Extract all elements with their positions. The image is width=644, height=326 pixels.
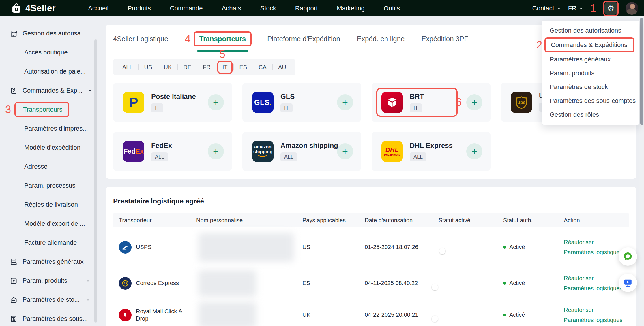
sidebar-item-commandes-expeditions[interactable]: Commandes & Exp... [0,81,99,100]
sidebar-item-parametres-sous-comptes[interactable]: Paramètres des sous... [0,309,99,326]
country-filter-au[interactable]: AU [272,64,292,71]
menu-item-parametres-generaux[interactable]: Paramètres généraux [542,52,639,66]
sidebar-item-param-produits[interactable]: Param. produits [0,271,99,290]
subaccount-badge-icon [10,315,18,323]
sidebar-label: Paramètres généraux [23,258,84,265]
carrier-region-chip: ALL [410,152,426,161]
sidebar-item-parametres-impression[interactable]: Paramètres d'impres... [0,119,99,138]
add-carrier-button[interactable]: + [466,143,482,159]
country-filter-uk[interactable]: UK [158,64,177,71]
sidebar-item-parametres-stock[interactable]: Paramètres de sto... [0,290,99,309]
dhl-express-logo: DHL DHL Express [381,141,403,162]
contact-menu[interactable]: Contact [532,5,561,12]
table-title: Prestataire logistique agréé [113,197,636,205]
menu-item-param-produits[interactable]: Param. produits [542,66,639,80]
sidebar-label: Param. processus [24,182,75,189]
country-filter-all[interactable]: ALL [117,64,138,71]
sidebar-item-modele-expedition[interactable]: Modèle d'expédition [0,138,99,157]
add-carrier-button[interactable]: + [208,143,224,159]
table-row-correos-express: Correos Express ES 04-11-2025 08:40:22 A… [113,267,629,299]
sidebar-item-adresse[interactable]: Adresse [0,157,99,176]
support-chat-button[interactable] [619,247,637,266]
monitor-play-icon [623,278,633,288]
status-dot [503,314,506,316]
video-tutorial-button[interactable] [619,274,637,292]
tab-4seller-logistique[interactable]: 4Seller Logistique [113,35,168,43]
contact-label: Contact [532,5,554,12]
country-value: UK [297,312,359,318]
country-filter-bar: ALL US UK DE FR 5 IT ES CA AU [113,59,295,75]
chevron-down-icon [557,6,561,11]
amazon-smile-icon [258,154,268,158]
user-avatar[interactable] [626,2,638,15]
add-carrier-button[interactable]: + [337,94,353,110]
orders-icon [10,87,18,95]
column-statut-active: Statut activé [433,217,497,224]
carrier-region-chip: IT [410,103,422,112]
nav-item-rapport[interactable]: Rapport [295,5,318,12]
brand-logo[interactable]: 4Seller [11,3,56,14]
country-filter-it[interactable]: IT [219,64,231,70]
tab-exped-en-ligne[interactable]: Expéd. en ligne [357,35,405,43]
sidebar-item-parametres-generaux[interactable]: Paramètres généraux [0,252,99,271]
royal-mail-logo [119,309,132,321]
tab-expedition-3pf[interactable]: Expédition 3PF [421,35,468,43]
menu-item-parametres-stock[interactable]: Paramètres de stock [542,80,639,94]
nav-item-achats[interactable]: Achats [222,5,241,12]
country-filter-de[interactable]: DE [177,64,197,71]
page-scrollbar[interactable] [639,16,644,326]
ups-logo: ups [511,92,532,113]
country-filter-fr[interactable]: FR [197,64,216,71]
tab-transporteurs[interactable]: Transporteurs [199,35,246,43]
settings-gear-button[interactable]: ⚙ [604,2,617,15]
sidebar-scrollbar[interactable] [94,39,97,323]
sidebar-label: Autorisation de paie... [24,68,86,75]
add-carrier-button[interactable]: + [208,94,224,110]
sidebar-item-acces-boutique[interactable]: Accès boutique [0,43,99,62]
status-dot [503,246,506,249]
blurred-custom-name [199,233,294,262]
status-dot [503,282,506,285]
reauthorize-link[interactable]: Réautoriser [564,239,629,246]
logistics-settings-link[interactable]: Paramètres logistiques [564,317,629,323]
nav-item-accueil[interactable]: Accueil [88,5,108,12]
chevron-down-icon [85,297,91,302]
sidebar-item-param-processus[interactable]: Param. processus [0,176,99,195]
reauthorize-link[interactable]: Réautoriser [564,307,629,313]
menu-item-parametres-sous-comptes[interactable]: Paramètres des sous-comptes [542,94,639,108]
nav-item-outils[interactable]: Outils [384,5,400,12]
table-row-royal-mail: Royal Mail Click & Drop UK 04-22-2025 20… [113,299,629,326]
sidebar-label: Commandes & Exp... [23,87,83,94]
auth-status: Activé [509,280,525,287]
scrollbar-thumb[interactable] [640,18,643,125]
carrier-region-chip: ALL [151,152,168,161]
annotation-box-1: ⚙ [603,1,619,16]
sidebar-item-transporteurs[interactable]: 3 Transporteurs [0,100,99,119]
blurred-custom-name [199,302,256,326]
tab-plateforme-expedition[interactable]: Plateforme d'Expédition [267,35,340,43]
menu-item-commandes-expeditions[interactable]: Commandes & Expéditions [546,39,633,51]
add-carrier-button[interactable]: + [337,143,353,159]
country-filter-es[interactable]: ES [233,64,253,71]
carrier-name: Amazon shipping [280,142,338,150]
language-menu[interactable]: FR [568,5,583,12]
menu-item-gestion-autorisations[interactable]: Gestion des autorisations [542,24,639,37]
nav-item-produits[interactable]: Produits [128,5,151,12]
menu-item-gestion-roles[interactable]: Gestion des rôles [542,108,639,122]
sidebar-item-modele-export[interactable]: Modèle d'export de ... [0,214,99,233]
carrier-region-chip: ALL [280,152,297,161]
chevron-up-icon [87,88,93,93]
sidebar-item-facture-allemande[interactable]: Facture allemande [0,233,99,252]
sidebar-item-regles-livraison[interactable]: Règles de livraison [0,195,99,214]
sidebar-item-autorisation-paiement[interactable]: Autorisation de paie... [0,62,99,81]
sidebar-item-gestion-autorisations[interactable]: Gestion des autorisa... [0,24,99,43]
country-filter-ca[interactable]: CA [253,64,272,71]
nav-item-marketing[interactable]: Marketing [337,5,365,12]
carrier-name: GLS [280,93,295,101]
product-upload-icon [10,277,18,285]
nav-item-stock[interactable]: Stock [260,5,276,12]
country-filter-us[interactable]: US [138,64,158,71]
nav-item-commande[interactable]: Commande [170,5,203,12]
add-carrier-button[interactable]: + [466,94,482,110]
sidebar-label: Adresse [24,163,48,170]
